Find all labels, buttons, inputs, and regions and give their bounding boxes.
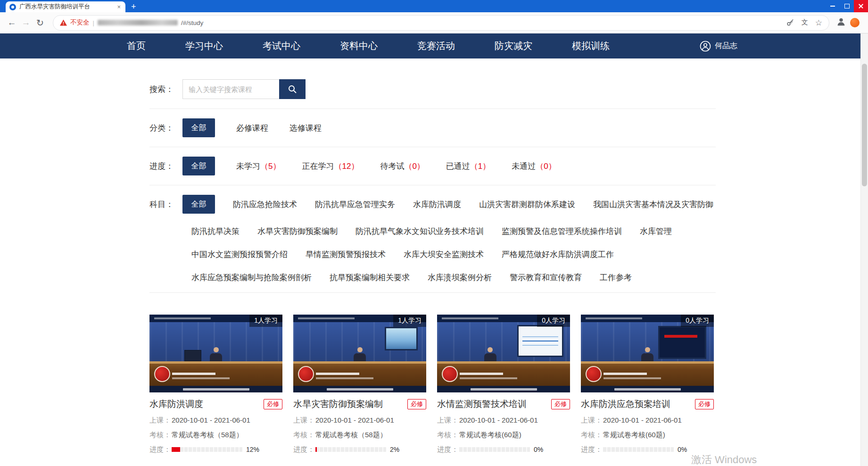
search-button[interactable] — [279, 79, 306, 99]
progress-row: 进度： 全部未学习（5）正在学习（12）待考试（0）已通过（1）未通过（0） — [149, 157, 716, 175]
thumb-nameplate — [316, 373, 377, 379]
course-card[interactable]: 0人学习水情监测预警技术培训必修上课：2020-10-01 - 2021-06-… — [437, 315, 570, 454]
browser-profile-icon[interactable] — [850, 18, 860, 27]
required-badge: 必修 — [695, 399, 714, 409]
studio-screen — [517, 325, 563, 357]
course-card[interactable]: 1人学习水库防洪调度必修上课：2020-10-01 - 2021-06-01考核… — [149, 315, 282, 454]
page-scrollbar[interactable] — [860, 33, 868, 466]
search-input[interactable] — [182, 79, 280, 99]
back-icon[interactable]: ← — [5, 17, 19, 28]
address-bar[interactable]: 不安全 | /#/study 文 ☆ — [53, 15, 829, 31]
subject-tag[interactable]: 防汛抗旱决策 — [191, 226, 240, 237]
subject-tag[interactable]: 防汛抗旱应急管理实务 — [315, 199, 395, 210]
course-exam-row: 考核：常规试卷考核(60题) — [581, 430, 714, 440]
progress-option-2[interactable]: 未学习（5） — [236, 161, 281, 172]
subject-tag[interactable]: 防汛应急抢险技术 — [233, 199, 297, 210]
url-suffix: /#/study — [181, 19, 203, 26]
subject-tag[interactable]: 防汛抗旱气象水文知识业务技术培训 — [355, 226, 484, 237]
subject-row-3: 中国水文监测预报预警介绍旱情监测预警预报技术水库大坝安全监测技术严格规范做好水库… — [182, 249, 713, 260]
subject-tag[interactable]: 中国水文监测预报预警介绍 — [191, 249, 288, 260]
nav-item-6[interactable]: 防灾减灾 — [495, 40, 532, 52]
course-progress-bar — [603, 447, 674, 452]
course-exam-row: 考核：常规试卷考核（58题） — [293, 430, 426, 440]
subject-tag[interactable]: 严格规范做好水库防洪调度工作 — [502, 249, 614, 260]
minimize-button[interactable] — [826, 0, 840, 12]
progress-option-6[interactable]: 未通过（0） — [512, 161, 556, 172]
subject-tag[interactable]: 水库防汛调度 — [413, 199, 461, 210]
presenter-head — [488, 347, 493, 352]
close-button[interactable] — [854, 0, 868, 12]
nav-item-2[interactable]: 学习中心 — [185, 40, 223, 52]
learners-badge: 1人学习 — [393, 315, 426, 327]
course-dates-row: 上课：2020-10-01 - 2021-06-01 — [149, 416, 282, 425]
required-badge: 必修 — [264, 399, 282, 409]
subject-tag[interactable]: 抗旱预案编制相关要求 — [330, 272, 410, 283]
nameplate-line — [172, 373, 215, 375]
maximize-icon — [844, 4, 850, 8]
course-dates: 2020-10-01 - 2021-06-01 — [459, 416, 538, 425]
studio-screen — [658, 326, 706, 359]
category-option-1[interactable]: 全部 — [182, 118, 215, 137]
studio-emblem — [586, 366, 602, 382]
tab-close-icon[interactable]: × — [116, 4, 122, 10]
subject-tag[interactable]: 我国山洪灾害基本情况及灾害防御 — [593, 199, 713, 210]
course-dates: 2020-10-01 - 2021-06-01 — [315, 416, 394, 425]
thumb-caption-line — [183, 388, 249, 391]
key-icon[interactable] — [786, 19, 794, 27]
new-tab-button[interactable]: + — [131, 2, 136, 11]
subject-tag[interactable]: 水库应急预案编制与抢险案例剖析 — [191, 272, 312, 283]
subject-tag[interactable]: 旱情监测预警预报技术 — [306, 249, 386, 260]
course-title: 水情监测预警技术培训 — [437, 398, 527, 410]
reload-icon[interactable]: ↻ — [33, 17, 47, 28]
nav-user[interactable]: 何品志 — [700, 33, 737, 58]
category-option-2[interactable]: 必修课程 — [236, 123, 268, 133]
url-obscured — [98, 20, 178, 25]
browser-avatar-button[interactable] — [835, 17, 847, 29]
thumb-caption-line — [327, 388, 393, 391]
category-option-3[interactable]: 选修课程 — [289, 123, 322, 133]
subject-tag[interactable]: 监测预警及信息管理系统操作培训 — [502, 226, 622, 237]
progress-option-5[interactable]: 已通过（1） — [446, 161, 490, 172]
progress-option-3[interactable]: 正在学习（12） — [302, 161, 359, 172]
subject-label: 科目： — [149, 195, 182, 210]
course-thumbnail: 1人学习 — [149, 315, 282, 392]
nameplate-line — [316, 373, 359, 375]
subject-tag[interactable]: 工作参考 — [600, 272, 632, 283]
user-avatar-icon — [836, 17, 846, 27]
subject-tag[interactable]: 水库溃坝案例分析 — [428, 272, 492, 283]
maximize-button[interactable] — [840, 0, 854, 12]
course-card-list: 1人学习水库防洪调度必修上课：2020-10-01 - 2021-06-01考核… — [149, 315, 716, 454]
nameplate-line — [603, 373, 647, 375]
thumb-caption-line — [614, 388, 681, 391]
course-card[interactable]: 1人学习水旱灾害防御预案编制必修上课：2020-10-01 - 2021-06-… — [293, 315, 426, 454]
nav-item-4[interactable]: 资料中心 — [340, 40, 378, 52]
subject-option-all[interactable]: 全部 — [182, 195, 215, 214]
course-exam-row: 考核：常规试卷考核(60题) — [437, 430, 570, 440]
nav-item-5[interactable]: 竞赛活动 — [417, 40, 455, 52]
subject-tag[interactable]: 水库大坝安全监测技术 — [404, 249, 484, 260]
subject-tag[interactable]: 山洪灾害群测群防体系建设 — [479, 199, 575, 210]
nav-item-7[interactable]: 模拟训练 — [572, 40, 610, 52]
studio-screen — [385, 327, 418, 350]
scrollbar-thumb[interactable] — [862, 64, 867, 186]
bookmark-star-icon[interactable]: ☆ — [815, 18, 822, 28]
course-progress-fill — [315, 447, 317, 452]
course-card[interactable]: 0人学习水库防洪应急预案培训必修上课：2020-10-01 - 2021-06-… — [581, 315, 714, 454]
subject-tag[interactable]: 警示教育和宣传教育 — [510, 272, 582, 283]
progress-label: 进度： — [149, 161, 182, 172]
subject-tag[interactable]: 水库管理 — [640, 226, 672, 237]
course-progress-bar — [172, 447, 242, 452]
progress-option-4[interactable]: 待考试（0） — [380, 161, 424, 172]
forward-icon[interactable]: → — [19, 17, 33, 28]
course-title: 水库防洪调度 — [149, 398, 203, 410]
presenter-figure — [353, 347, 366, 362]
course-exam: 常规试卷考核（58题） — [315, 430, 387, 440]
browser-tab[interactable]: 广西水旱灾害防御培训平台 × — [6, 1, 125, 12]
learners-badge: 0人学习 — [537, 315, 570, 327]
progress-option-all[interactable]: 全部 — [182, 157, 215, 175]
nav-item-3[interactable]: 考试中心 — [263, 40, 300, 52]
nav-item-1[interactable]: 首页 — [127, 40, 146, 52]
course-exam: 常规试卷考核（58题） — [172, 430, 243, 440]
subject-tag[interactable]: 水旱灾害防御预案编制 — [257, 226, 338, 237]
translate-icon[interactable]: 文 — [802, 18, 808, 27]
